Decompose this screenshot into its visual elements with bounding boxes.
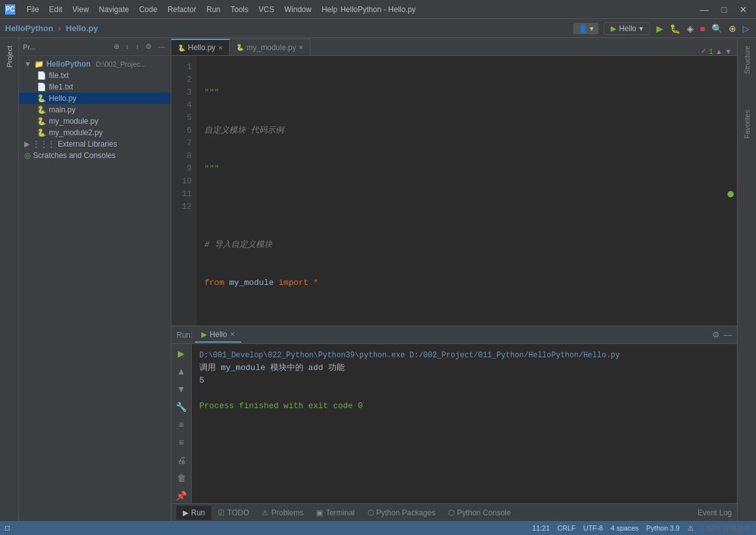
my-module-tab-close[interactable]: ✕ (298, 44, 303, 51)
folder-icon: 📁 (34, 60, 44, 69)
tree-external-label: External Libraries (58, 140, 117, 149)
menu-refactor[interactable]: Refactor (164, 4, 200, 15)
run-settings-icon[interactable]: ⚙ (712, 330, 720, 340)
stop-icon[interactable]: ■ (699, 22, 706, 35)
tab-hello-py[interactable]: 🐍 Hello.py ✕ (171, 39, 230, 55)
run-wrench-icon[interactable]: 🔧 (174, 400, 189, 414)
run-panel-header: Run: ▶ Hello ✕ ⚙ — (171, 326, 737, 344)
run-align-icon[interactable]: ≡ (176, 418, 185, 432)
coverage-icon[interactable]: ◈ (686, 22, 695, 35)
list-item[interactable]: 📄 file1.txt (19, 81, 171, 93)
editor-area: 🐍 Hello.py ✕ 🐍 my_module.py ✕ ✓ 1 ▲ ▼ (171, 38, 737, 521)
status-encoding[interactable]: UTF-8 (583, 524, 603, 532)
bottom-tab-python-packages[interactable]: ⬡ Python Packages (361, 506, 442, 520)
bottom-tab-problems[interactable]: ⚠ Problems (255, 506, 310, 520)
status-line-ending[interactable]: CRLF (557, 524, 576, 532)
debug-icon[interactable]: 🐛 (668, 22, 682, 35)
terminal-icon: ▣ (316, 508, 323, 517)
run-play-button[interactable]: ▶ (176, 347, 187, 360)
my-module-tab-icon: 🐍 (236, 44, 244, 51)
minimize-button[interactable]: — (696, 4, 713, 15)
list-item[interactable]: 🐍 main.py (19, 104, 171, 116)
run-tab-label: Hello (209, 330, 227, 339)
run-print-icon[interactable]: 🖨 (175, 453, 188, 467)
run-config-button[interactable]: ▶ Hello ▾ (604, 22, 649, 35)
tree-scratches[interactable]: ◎ Scratches and Consoles (19, 150, 171, 161)
minimize-tool[interactable]: — (156, 42, 167, 51)
menu-view[interactable]: View (69, 4, 93, 15)
status-indent[interactable]: 4 spaces (611, 524, 639, 532)
code-line-7 (204, 315, 717, 326)
run-sidebar: ▶ ▲ ▼ 🔧 ≡ ≡ 🖨 🗑 📌 (171, 344, 192, 503)
hello-py-tab-label: Hello.py (188, 43, 215, 52)
hello-py-tab-close[interactable]: ✕ (218, 44, 223, 51)
add-tool[interactable]: ⊕ (112, 42, 121, 51)
bottom-tab-todo[interactable]: ☑ TODO (211, 506, 255, 520)
maximize-button[interactable]: □ (718, 4, 731, 15)
breadcrumb-file[interactable]: Hello.py (66, 23, 98, 33)
problems-label: Problems (271, 508, 303, 517)
menu-file[interactable]: File (23, 4, 43, 15)
bottom-tab-python-console[interactable]: ⬡ Python Console (442, 506, 517, 520)
editor-gutter (724, 56, 737, 326)
run-scroll-up[interactable]: ▲ (175, 364, 188, 378)
code-line-5: # 导入自定义模块 (204, 239, 717, 251)
status-line-col[interactable]: 11:21 (533, 524, 550, 532)
expand-icon[interactable]: ▲ (715, 48, 722, 55)
menu-run[interactable]: Run (202, 4, 224, 15)
title-bar-left: PC File Edit View Navigate Code Refactor… (5, 4, 341, 15)
tab-my-module-py[interactable]: 🐍 my_module.py ✕ (230, 39, 310, 55)
menu-edit[interactable]: Edit (45, 4, 66, 15)
run-scroll-down[interactable]: ▼ (175, 382, 188, 396)
window-title: HelloPython - Hello.py (340, 5, 416, 14)
menu-navigate[interactable]: Navigate (95, 4, 133, 15)
run-panel-tools: ⚙ — (712, 330, 732, 340)
collapse-icon[interactable]: ▼ (725, 48, 732, 55)
todo-icon: ☑ (218, 508, 225, 517)
menu-code[interactable]: Code (135, 4, 161, 15)
favorites-label[interactable]: Favorites (743, 105, 751, 143)
project-label[interactable]: Project (6, 41, 13, 72)
structure-label[interactable]: Structure (743, 41, 751, 79)
run-tab-close[interactable]: ✕ (230, 331, 235, 338)
code-line-2: 自定义模块 代码示例 (204, 124, 717, 137)
user-avatar-button[interactable]: 👤 ▾ (573, 23, 599, 34)
checkmark-icon: ✓ (701, 47, 706, 55)
list-item[interactable]: 🐍 Hello.py (19, 93, 171, 104)
sort-tool[interactable]: ↕ (124, 42, 131, 51)
run-output-path: D:\001_Develop\022_Python\Python39\pytho… (199, 349, 729, 362)
error-count: 1 (709, 48, 713, 55)
menu-tools[interactable]: Tools (227, 4, 252, 15)
search-icon[interactable]: 🔍 (710, 22, 724, 35)
code-content[interactable]: """ 自定义模块 代码示例 """ # 导入自定义模块 from my_mod… (197, 56, 724, 326)
status-python-version[interactable]: Python 3.9 (646, 524, 680, 532)
tree-external-libs[interactable]: ▶ ⋮⋮⋮ External Libraries (19, 138, 171, 150)
menu-help[interactable]: Help (318, 4, 342, 15)
tree-file-label: file.txt (49, 71, 69, 80)
toolbar-right: 👤 ▾ ▶ Hello ▾ ▶ 🐛 ◈ ■ 🔍 ⊕ ▷ (573, 22, 751, 35)
list-item[interactable]: 📄 file.txt (19, 70, 171, 81)
tree-root-folder[interactable]: ▼ 📁 HelloPython D:\002_Projec... (19, 58, 171, 70)
navigate-icon[interactable]: ▷ (741, 22, 751, 35)
menu-vcs[interactable]: VCS (255, 4, 278, 15)
bottom-tab-terminal[interactable]: ▣ Terminal (310, 506, 361, 520)
run-align2-icon[interactable]: ≡ (176, 435, 185, 449)
bookmark-icon[interactable]: ⊕ (727, 22, 738, 35)
breadcrumb-project[interactable]: HelloPython (5, 23, 53, 33)
file-txt-icon: 📄 (37, 71, 46, 80)
event-log-button[interactable]: Event Log (698, 508, 732, 517)
settings-tool[interactable]: ⚙ (143, 42, 154, 51)
bottom-tab-run[interactable]: ▶ Run (176, 506, 211, 520)
list-item[interactable]: 🐍 my_module.py (19, 116, 171, 127)
menu-window[interactable]: Window (281, 4, 315, 15)
run-icon[interactable]: ▶ (655, 22, 665, 35)
run-trash-icon[interactable]: 🗑 (175, 471, 188, 485)
close-button[interactable]: ✕ (736, 4, 751, 15)
terminal-label: Terminal (326, 508, 354, 517)
window-controls: — □ ✕ (696, 4, 751, 15)
expand-tool[interactable]: ↕ (134, 42, 142, 51)
run-minimize-icon[interactable]: — (724, 330, 732, 340)
run-pin-icon[interactable]: 📌 (174, 489, 189, 503)
run-tab-hello[interactable]: ▶ Hello ✕ (195, 327, 241, 343)
list-item[interactable]: 🐍 my_module2.py (19, 127, 171, 138)
